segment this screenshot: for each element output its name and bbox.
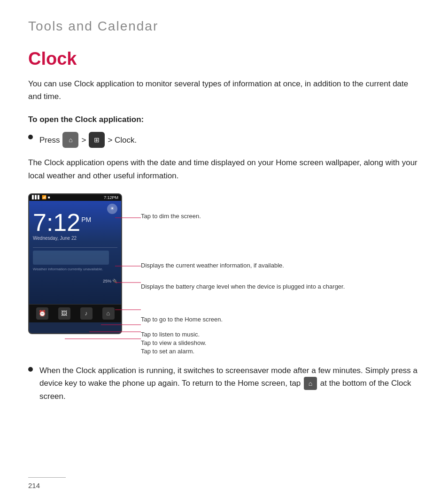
phone-bottom-bar: ⏰ 🖼 ♪ ⌂: [29, 304, 121, 322]
phone-mockup: ▋▋▋ 📶 ■ 7:12PM 7:12PM Wednesday, June 22…: [28, 193, 122, 334]
phone-weather-area: Weather information currently unavailabl…: [33, 247, 117, 272]
page-number-area: 214: [28, 477, 66, 490]
phone-date-display: Wednesday, June 22: [33, 236, 117, 241]
grid-icon-btn[interactable]: ⊞: [89, 132, 105, 148]
annotation-text-7: Tap to set an alarm.: [141, 347, 194, 356]
section-title: Clock: [28, 49, 420, 69]
chapter-title: Tools and Calendar: [28, 19, 420, 34]
annotation-2: Displays the current weather information…: [141, 261, 284, 270]
annotation-text-1: Tap to dim the screen.: [141, 212, 201, 221]
intro-text: You can use Clock application to monitor…: [28, 77, 420, 103]
phone-home-icon[interactable]: ⌂: [102, 307, 115, 320]
annotation-text-6: Tap to view a slideshow.: [141, 339, 206, 347]
screenshot-area: ▋▋▋ 📶 ■ 7:12PM 7:12PM Wednesday, June 22…: [28, 193, 420, 353]
inline-home-icon: ⌂: [304, 377, 317, 390]
bottom-bullet-text: When the Clock application is running, i…: [39, 364, 420, 403]
annotation-7: Tap to set an alarm.: [141, 347, 194, 356]
phone-battery-display: 25% 🔌: [103, 279, 117, 283]
bullet-dot-2: [28, 367, 33, 372]
phone-dim-button[interactable]: [107, 204, 117, 214]
press-label: Press: [39, 134, 60, 146]
greater-than-1: >: [81, 134, 86, 146]
bullet-dot: [28, 135, 33, 139]
greater-than-2: > Clock.: [108, 134, 137, 146]
subsection-heading: To open the Clock application:: [28, 115, 420, 124]
bottom-bullet-item: When the Clock application is running, i…: [28, 364, 420, 403]
annotation-3: Displays the battery charge level when t…: [141, 283, 345, 291]
phone-music-icon[interactable]: ♪: [80, 307, 93, 320]
page-container: Tools and Calendar Clock You can use Clo…: [0, 0, 448, 429]
phone-slideshow-icon[interactable]: 🖼: [58, 307, 70, 320]
press-bullet-item: Press ⌂ > ⊞ > Clock.: [28, 132, 420, 148]
annotation-text-2: Displays the current weather information…: [141, 261, 284, 270]
annotation-text-5: Tap to listen to music.: [141, 330, 200, 339]
phone-signal-icons: ▋▋▋ 📶 ■: [32, 195, 50, 199]
page-separator: [28, 477, 66, 478]
phone-alarm-icon[interactable]: ⏰: [36, 307, 48, 320]
phone-status-bar: ▋▋▋ 📶 ■ 7:12PM: [29, 194, 121, 201]
phone-weather-text: Weather information currently unavailabl…: [33, 267, 117, 272]
body-text: The Clock application opens with the dat…: [28, 156, 420, 182]
page-number: 214: [28, 481, 40, 489]
phone-time-status: 7:12PM: [104, 195, 118, 200]
home-icon-btn[interactable]: ⌂: [62, 132, 78, 148]
annotation-6: Tap to view a slideshow.: [141, 339, 206, 347]
annotation-4: Tap to go to the Home screen.: [141, 315, 223, 324]
annotation-text-4: Tap to go to the Home screen.: [141, 315, 223, 324]
press-line: Press ⌂ > ⊞ > Clock.: [39, 132, 137, 148]
annotation-1: Tap to dim the screen.: [141, 212, 201, 221]
phone-main-area: 7:12PM Wednesday, June 22 Weather inform…: [29, 201, 121, 304]
phone-time-display: 7:12PM: [33, 210, 117, 235]
annotation-text-3: Displays the battery charge level when t…: [141, 283, 345, 291]
annotation-5: Tap to listen to music.: [141, 330, 200, 339]
